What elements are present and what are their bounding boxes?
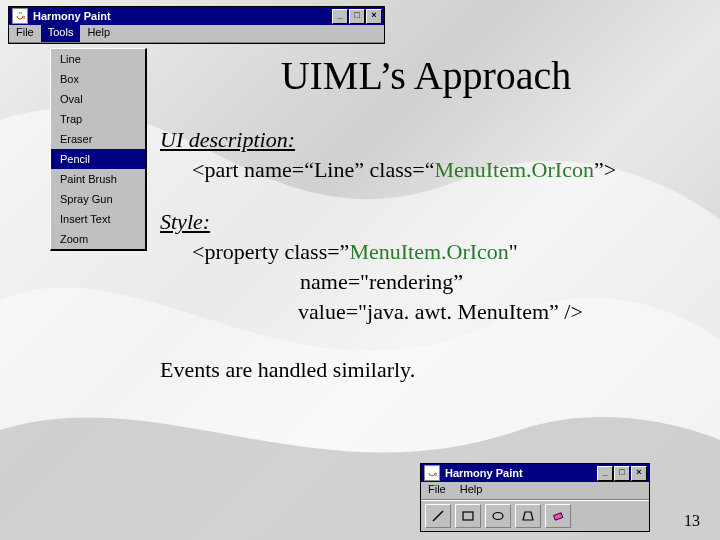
dropdown-item-pencil[interactable]: Pencil xyxy=(51,149,145,169)
style-code-line2: name="rendering” xyxy=(300,269,692,295)
menubar-small: File Help xyxy=(421,482,649,500)
window-title: Harmony Paint xyxy=(31,10,331,22)
dropdown-item-line[interactable]: Line xyxy=(51,49,145,69)
style-code-line1: <property class=”MenuItem.OrIcon" xyxy=(192,239,518,264)
dropdown-item-spray-gun[interactable]: Spray Gun xyxy=(51,189,145,209)
minimize-button[interactable]: _ xyxy=(332,9,348,24)
close-button[interactable]: × xyxy=(631,466,647,481)
slide-content: UIML’s Approach UI description: <part na… xyxy=(160,52,692,387)
menu-file[interactable]: File xyxy=(9,25,41,42)
minimize-button[interactable]: _ xyxy=(597,466,613,481)
close-button[interactable]: × xyxy=(366,9,382,24)
svg-line-0 xyxy=(433,511,443,521)
dropdown-item-eraser[interactable]: Eraser xyxy=(51,129,145,149)
harmony-paint-window-large: Harmony Paint _ □ × File Tools Help Line… xyxy=(8,6,385,44)
tool-eraser-button[interactable] xyxy=(545,504,571,528)
maximize-button[interactable]: □ xyxy=(614,466,630,481)
section-style-label: Style: xyxy=(160,209,210,234)
maximize-button[interactable]: □ xyxy=(349,9,365,24)
page-number: 13 xyxy=(684,512,700,530)
menu-help-small[interactable]: Help xyxy=(453,482,490,499)
slide-title: UIML’s Approach xyxy=(160,52,692,99)
tool-box-button[interactable] xyxy=(455,504,481,528)
menubar: File Tools Help xyxy=(9,25,384,43)
ui-description-code: <part name=“Line” class=“MenuItem.OrIcon… xyxy=(192,157,616,182)
window-title-small: Harmony Paint xyxy=(443,467,596,479)
harmony-paint-window-small: Harmony Paint _ □ × File Help xyxy=(420,463,650,532)
slide: Harmony Paint _ □ × File Tools Help Line… xyxy=(0,0,720,540)
dropdown-item-paint-brush[interactable]: Paint Brush xyxy=(51,169,145,189)
dropdown-item-insert-text[interactable]: Insert Text xyxy=(51,209,145,229)
window-controls: _ □ × xyxy=(331,9,382,24)
svg-rect-1 xyxy=(463,512,473,520)
svg-point-2 xyxy=(493,513,503,520)
window-controls-small: _ □ × xyxy=(596,466,647,481)
toolbar xyxy=(421,500,649,531)
dropdown-item-box[interactable]: Box xyxy=(51,69,145,89)
tool-line-button[interactable] xyxy=(425,504,451,528)
tool-trap-button[interactable] xyxy=(515,504,541,528)
tools-dropdown: Line Box Oval Trap Eraser Pencil Paint B… xyxy=(50,48,147,251)
dropdown-item-zoom[interactable]: Zoom xyxy=(51,229,145,249)
java-cup-icon xyxy=(424,465,440,481)
tool-oval-button[interactable] xyxy=(485,504,511,528)
java-cup-icon xyxy=(12,8,28,24)
dropdown-item-trap[interactable]: Trap xyxy=(51,109,145,129)
svg-marker-3 xyxy=(523,512,533,520)
footer-text: Events are handled similarly. xyxy=(160,357,692,383)
style-code-line3: value="java. awt. MenuItem” /> xyxy=(298,299,692,325)
menu-help[interactable]: Help xyxy=(80,25,117,42)
titlebar-small[interactable]: Harmony Paint _ □ × xyxy=(421,464,649,482)
dropdown-item-oval[interactable]: Oval xyxy=(51,89,145,109)
menu-tools[interactable]: Tools xyxy=(41,25,81,42)
menu-file-small[interactable]: File xyxy=(421,482,453,499)
titlebar[interactable]: Harmony Paint _ □ × xyxy=(9,7,384,25)
section-ui-description-label: UI description: xyxy=(160,127,295,152)
svg-rect-4 xyxy=(554,513,563,520)
